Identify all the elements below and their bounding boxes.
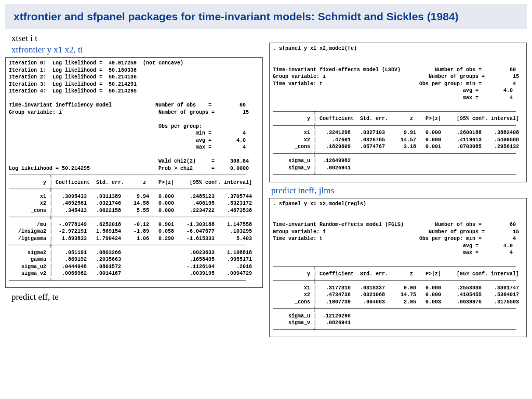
slide-title: xtfrontier and sfpanel packages for time… — [14, 9, 518, 24]
slide-content: xtset i t xtfrontier y x1 x2, ti Iterati… — [0, 32, 532, 340]
cmd-predict-eff: predict eff, te — [11, 292, 263, 302]
cmd-xtset: xtset i t — [11, 33, 263, 44]
output-sfpanel-fe: . sfpanel y x1 x2,model(fe) Time-invaria… — [269, 43, 527, 182]
output-xtfrontier: Iteration 0: Log likelihood = 49.917259 … — [5, 57, 263, 288]
cmd-xtfrontier: xtfrontier y x1 x2, ti — [11, 45, 263, 55]
cmd-predict-ineff: predict ineff, jlms — [271, 185, 527, 196]
slide-header: xtfrontier and sfpanel packages for time… — [5, 4, 527, 29]
right-column: . sfpanel y x1 x2,model(fe) Time-invaria… — [269, 32, 527, 340]
output-sfpanel-regls: . sfpanel y x1 x2,model(regls) Time-inva… — [269, 198, 527, 338]
left-column: xtset i t xtfrontier y x1 x2, ti Iterati… — [5, 32, 263, 340]
